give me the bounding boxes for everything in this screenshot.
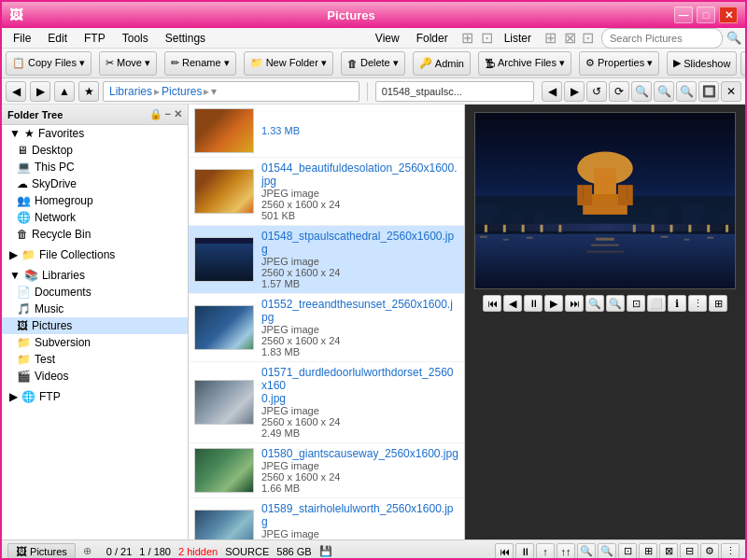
status-nav-9[interactable]: ⊠ <box>659 543 678 560</box>
tree-documents[interactable]: 📄 Documents <box>2 284 188 301</box>
svg-rect-40 <box>661 236 669 238</box>
tree-pictures[interactable]: 🖼 Pictures <box>2 317 188 334</box>
minimize-button[interactable]: — <box>674 7 693 23</box>
tree-libraries[interactable]: ▼ 📚 Libraries <box>2 267 188 284</box>
main-area: Folder Tree 🔒 − ✕ ▼ ★ Favorites 🖥 Deskto… <box>2 105 745 539</box>
status-nav-6[interactable]: 🔍 <box>598 543 616 560</box>
tree-subversion[interactable]: 📁 Subversion <box>2 334 188 351</box>
status-nav-7[interactable]: ⊡ <box>618 543 637 560</box>
forward-button[interactable]: ▶ <box>30 81 50 102</box>
tree-filecollections[interactable]: ▶ 📁 File Collections <box>2 246 188 263</box>
status-nav-3[interactable]: ↑ <box>536 543 555 560</box>
list-item[interactable]: 1.33 MB <box>189 105 464 158</box>
list-item[interactable]: 01571_durdledoorlulworthdorset_2560x1600… <box>189 362 464 443</box>
slideshow-button[interactable]: ▶ Slideshow <box>667 51 737 76</box>
back-button[interactable]: ◀ <box>6 81 26 102</box>
preview-more-button[interactable]: ⋮ <box>688 295 707 312</box>
tree-desktop[interactable]: 🖥 Desktop <box>2 142 188 159</box>
help-button[interactable]: ? Help <box>740 51 747 76</box>
menu-file[interactable]: File <box>6 30 38 47</box>
preview-grid-button[interactable]: ⊞ <box>709 295 727 312</box>
preview-prev-button[interactable]: ◀ <box>503 295 522 312</box>
star-button[interactable]: ★ <box>78 81 99 102</box>
tree-recycle[interactable]: 🗑 Recycle Bin <box>2 226 188 243</box>
menu-tools[interactable]: Tools <box>115 30 156 47</box>
search-icon[interactable]: 🔍 <box>726 31 741 45</box>
preview-zoomin-button[interactable]: 🔍 <box>585 295 604 312</box>
status-add-tab[interactable]: ⊕ <box>83 545 92 557</box>
list-item[interactable]: 01552_treeandthesunset_2560x1600.jpg JPE… <box>189 294 464 362</box>
preview-play-button[interactable]: ⏮ <box>483 295 501 312</box>
desktop-icon: 🖥 <box>17 144 28 157</box>
delete-button[interactable]: 🗑 Delete ▾ <box>341 51 405 76</box>
preview-nav-8[interactable]: 🔲 <box>698 81 719 102</box>
preview-next-button[interactable]: ▶ <box>544 295 563 312</box>
list-item[interactable]: 01589_stairholelulworth_2560x1600.jpg JP… <box>189 498 464 539</box>
status-nav-11[interactable]: ⚙ <box>700 543 719 560</box>
properties-button[interactable]: ⚙ Properties ▾ <box>579 51 659 76</box>
new-folder-button[interactable]: 📁 New Folder ▾ <box>244 51 333 76</box>
status-nav-8[interactable]: ⊞ <box>639 543 657 560</box>
preview-nav-3[interactable]: ↺ <box>586 81 607 102</box>
search-input[interactable] <box>601 28 723 49</box>
preview-nav-4[interactable]: ⟳ <box>609 81 629 102</box>
svg-rect-5 <box>577 185 583 205</box>
preview-zoomout-button[interactable]: 🔍 <box>606 295 625 312</box>
tree-thispc[interactable]: 💻 This PC <box>2 159 188 175</box>
admin-button[interactable]: 🔑 Admin <box>413 51 471 76</box>
tree-videos[interactable]: 🎬 Videos <box>2 368 188 385</box>
close-button[interactable]: ✕ <box>719 7 738 23</box>
tree-homegroup[interactable]: 👥 Homegroup <box>2 192 188 209</box>
tree-skydrive[interactable]: ☁ SkyDrive <box>2 175 188 192</box>
preview-nav-5[interactable]: 🔍 <box>631 81 652 102</box>
tree-test[interactable]: 📁 Test <box>2 351 188 368</box>
tree-lock-button[interactable]: 🔒 <box>149 108 162 120</box>
menu-settings[interactable]: Settings <box>158 30 213 47</box>
menu-folder[interactable]: Folder <box>409 30 456 47</box>
preview-info-button[interactable]: ℹ <box>668 295 686 312</box>
status-nav-5[interactable]: 🔍 <box>577 543 596 560</box>
tree-ftp[interactable]: ▶ 🌐 FTP <box>2 388 188 405</box>
rename-button[interactable]: ✏ Rename ▾ <box>164 51 236 76</box>
list-item[interactable]: 01544_beautifuldesolation_2560x1600.jpg … <box>189 158 464 226</box>
menu-edit[interactable]: Edit <box>40 30 75 47</box>
breadcrumb-pictures[interactable]: Pictures <box>162 85 202 98</box>
preview-nav-7[interactable]: 🔍 <box>676 81 697 102</box>
tree-network[interactable]: 🌐 Network <box>2 209 188 226</box>
preview-nav-1[interactable]: ◀ <box>542 81 562 102</box>
menu-lister[interactable]: Lister <box>497 30 539 47</box>
list-item[interactable]: 01580_giantscauseway_2560x1600.jpg JPEG … <box>189 443 464 498</box>
menu-view[interactable]: View <box>368 30 407 47</box>
svg-rect-41 <box>684 239 689 241</box>
breadcrumb-libraries[interactable]: Libraries <box>109 85 152 98</box>
preview-fullscreen-button[interactable]: ⬜ <box>647 295 666 312</box>
status-nav-2[interactable]: ⏸ <box>515 543 534 560</box>
list-item[interactable]: 01548_stpaulscathedral_2560x1600.jpg JPE… <box>189 226 464 294</box>
pictures-tab[interactable]: 🖼 Pictures <box>7 543 76 559</box>
favorites-icon: ★ <box>24 127 35 140</box>
preview-close[interactable]: ✕ <box>721 81 741 102</box>
up-button[interactable]: ▲ <box>54 81 75 102</box>
tree-close-button[interactable]: ✕ <box>174 108 182 120</box>
svg-rect-25 <box>541 225 543 232</box>
preview-path[interactable]: 01548_stpaulsc... <box>375 81 534 102</box>
status-nav-1[interactable]: ⏮ <box>495 543 514 560</box>
status-nav-10[interactable]: ⊟ <box>680 543 698 560</box>
preview-nav-6[interactable]: 🔍 <box>654 81 674 102</box>
status-nav-12[interactable]: ⋮ <box>721 543 740 560</box>
menu-ftp[interactable]: FTP <box>77 30 113 47</box>
archive-files-button[interactable]: 🗜 Archive Files ▾ <box>478 51 571 76</box>
preview-pause-button[interactable]: ⏸ <box>524 295 543 312</box>
copy-files-button[interactable]: 📋 Copy Files ▾ <box>6 51 92 76</box>
preview-nav-2[interactable]: ▶ <box>564 81 585 102</box>
file-info: 1.33 MB <box>261 125 458 136</box>
maximize-button[interactable]: □ <box>697 7 715 23</box>
preview-fit-button[interactable]: ⊡ <box>627 295 645 312</box>
tree-collapse-button[interactable]: − <box>165 108 171 120</box>
preview-end-button[interactable]: ⏭ <box>565 295 584 312</box>
status-nav-4[interactable]: ↑↑ <box>557 543 575 560</box>
address-path[interactable]: Libraries ▸ Pictures ▸ ▾ <box>103 81 359 102</box>
move-button[interactable]: ✂ Move ▾ <box>99 51 157 76</box>
tree-favorites[interactable]: ▼ ★ Favorites <box>2 125 188 142</box>
tree-music[interactable]: 🎵 Music <box>2 301 188 317</box>
